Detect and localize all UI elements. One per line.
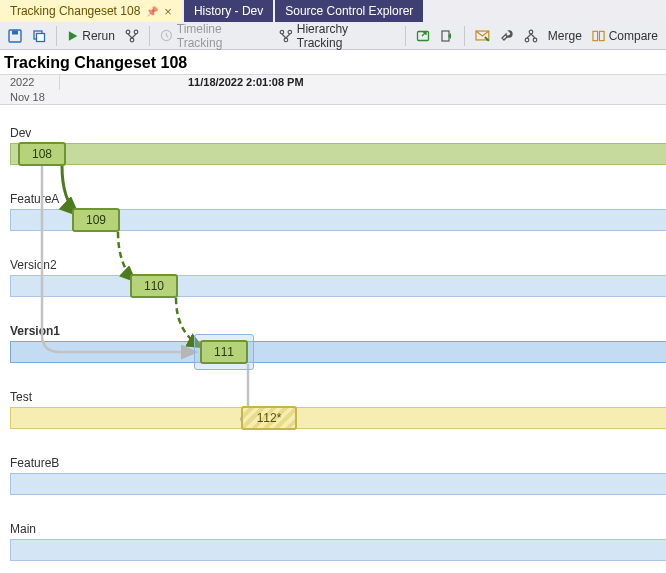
tab-bar: Tracking Changeset 108 📌 × History - Dev… xyxy=(0,0,666,22)
changeset-108[interactable]: 108 xyxy=(18,142,66,166)
compare-button[interactable]: Compare xyxy=(588,25,662,47)
svg-point-17 xyxy=(533,38,537,42)
save-button[interactable] xyxy=(4,25,26,47)
tree-button[interactable] xyxy=(520,25,542,47)
tab-source-control-explorer[interactable]: Source Control Explorer xyxy=(275,0,423,22)
tab-history-dev[interactable]: History - Dev xyxy=(184,0,273,22)
changeset-112[interactable]: 112* xyxy=(241,406,297,430)
svg-rect-13 xyxy=(442,31,449,41)
tracking-chart[interactable]: DevFeatureAVersion2Version1TestFeatureBM… xyxy=(0,105,666,573)
arrows-layer xyxy=(0,105,666,573)
tab-label: Source Control Explorer xyxy=(285,4,413,18)
save-icon xyxy=(8,29,22,43)
svg-point-6 xyxy=(134,30,138,34)
clock-icon xyxy=(160,29,173,42)
rerun-button[interactable]: Rerun xyxy=(63,25,119,47)
checkin-button[interactable] xyxy=(436,25,458,47)
svg-rect-18 xyxy=(593,31,598,40)
timeline-day: Nov 18 xyxy=(0,90,666,104)
play-icon xyxy=(67,30,78,42)
options-button[interactable] xyxy=(496,25,518,47)
tab-tracking-changeset[interactable]: Tracking Changeset 108 📌 × xyxy=(0,0,182,22)
branch-button[interactable] xyxy=(121,25,143,47)
svg-point-9 xyxy=(280,30,284,34)
wrench-icon xyxy=(500,29,514,43)
svg-marker-4 xyxy=(69,31,77,40)
branch-bar-version1[interactable] xyxy=(10,341,666,363)
compare-label: Compare xyxy=(609,29,658,43)
branch-bar-test[interactable] xyxy=(10,407,666,429)
branch-label-dev[interactable]: Dev xyxy=(10,126,31,140)
svg-point-16 xyxy=(525,38,529,42)
mail-icon xyxy=(475,30,490,42)
rerun-label: Rerun xyxy=(82,29,115,43)
tab-label: Tracking Changeset 108 xyxy=(10,4,140,18)
toolbar: Rerun Timeline Tracking Hierarchy Tracki… xyxy=(0,22,666,50)
copy-button[interactable] xyxy=(28,25,50,47)
checkin-icon xyxy=(440,29,454,43)
branch-label-main[interactable]: Main xyxy=(10,522,36,536)
branch-icon xyxy=(125,29,139,43)
branch-bar-version2[interactable] xyxy=(10,275,666,297)
branch-bar-dev[interactable] xyxy=(10,143,666,165)
open-button[interactable] xyxy=(412,25,434,47)
branch-label-version2[interactable]: Version2 xyxy=(10,258,57,272)
branch-label-test[interactable]: Test xyxy=(10,390,32,404)
svg-point-10 xyxy=(288,30,292,34)
svg-point-5 xyxy=(126,30,130,34)
merge-button[interactable]: Merge xyxy=(544,25,586,47)
merge-label: Merge xyxy=(548,29,582,43)
changeset-111[interactable]: 111 xyxy=(200,340,248,364)
hierarchy-tracking-label: Hierarchy Tracking xyxy=(297,22,396,50)
tab-label: History - Dev xyxy=(194,4,263,18)
timeline-header: 2022 11/18/2022 2:01:08 PM Nov 18 xyxy=(0,74,666,105)
timeline-datetime: 11/18/2022 2:01:08 PM xyxy=(60,75,304,90)
timeline-tracking-button: Timeline Tracking xyxy=(156,25,273,47)
branch-bar-featureb[interactable] xyxy=(10,473,666,495)
branch-label-featurea[interactable]: FeatureA xyxy=(10,192,59,206)
hierarchy-tracking-button[interactable]: Hierarchy Tracking xyxy=(275,25,399,47)
timeline-tracking-label: Timeline Tracking xyxy=(177,22,269,50)
changeset-109[interactable]: 109 xyxy=(72,208,120,232)
hierarchy-icon xyxy=(279,29,293,43)
mail-button[interactable] xyxy=(471,25,494,47)
svg-rect-19 xyxy=(599,31,604,40)
page-title: Tracking Changeset 108 xyxy=(0,50,666,74)
svg-rect-1 xyxy=(12,30,18,34)
branch-label-version1[interactable]: Version1 xyxy=(10,324,60,338)
svg-point-11 xyxy=(284,38,288,42)
copy-icon xyxy=(32,29,46,43)
timeline-year: 2022 xyxy=(0,75,60,90)
changeset-110[interactable]: 110 xyxy=(130,274,178,298)
svg-point-15 xyxy=(529,30,533,34)
svg-rect-12 xyxy=(418,31,429,40)
close-icon[interactable]: × xyxy=(164,4,172,19)
compare-icon xyxy=(592,29,605,43)
svg-rect-3 xyxy=(37,33,45,41)
svg-point-7 xyxy=(130,38,134,42)
pin-icon[interactable]: 📌 xyxy=(146,6,158,17)
open-icon xyxy=(416,29,430,43)
tree-icon xyxy=(524,29,538,43)
branch-label-featureb[interactable]: FeatureB xyxy=(10,456,59,470)
branch-bar-main[interactable] xyxy=(10,539,666,561)
